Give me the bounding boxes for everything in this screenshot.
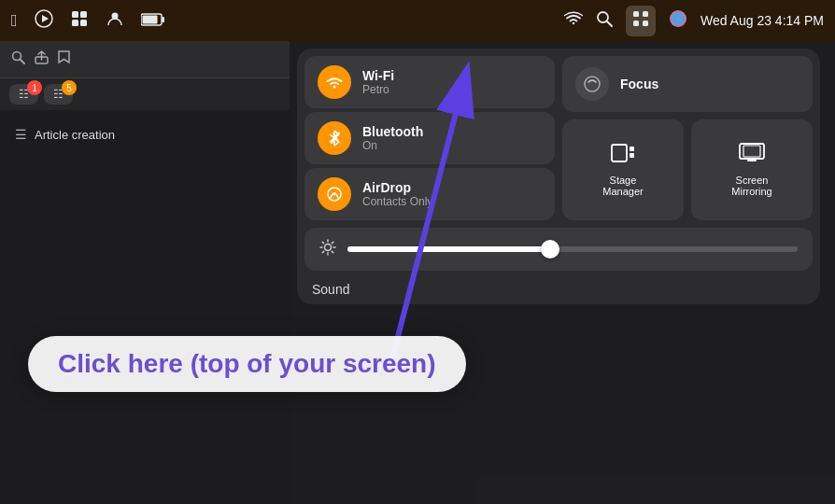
cc-airdrop-text: AirDrop Contacts Only [362,180,432,208]
tab-badge-2: 5 [62,80,77,95]
cc-airdrop-icon [318,177,351,211]
cc-right-column: Focus StageManager ScreenMirrorin [562,56,813,220]
play-icon[interactable] [35,9,53,33]
tab-badge-1: 1 [27,80,42,95]
siri-icon[interactable] [669,9,687,33]
svg-rect-27 [743,146,760,157]
sidebar-item-article[interactable]: ☰ Article creation [9,119,280,149]
cc-bluetooth-subtitle: On [362,139,423,152]
svg-rect-5 [80,20,87,26]
article-icon: ☰ [15,127,27,142]
grid-icon[interactable] [70,9,89,33]
tab-item-2[interactable]: ☷ 5 [44,84,73,105]
browser-toolbar [0,41,290,78]
cc-wifi-subtitle: Petro [362,83,394,96]
brightness-slider-thumb[interactable] [541,240,559,259]
search-icon[interactable] [596,10,613,32]
cc-airdrop-tile[interactable]: AirDrop Contacts Only [304,168,555,220]
bookmark-icon[interactable] [58,50,70,68]
svg-rect-3 [80,11,87,18]
svg-rect-14 [633,21,639,26]
svg-rect-13 [643,11,648,17]
svg-line-18 [21,60,25,64]
svg-line-11 [606,21,612,26]
svg-rect-23 [612,145,627,161]
cc-wifi-text: Wi-Fi Petro [362,68,394,96]
tab-item-1[interactable]: ☷ 1 [9,84,38,105]
control-center-icon[interactable] [626,6,656,36]
svg-rect-24 [630,147,634,151]
cc-screen-mirroring-tile[interactable]: ScreenMirroring [691,119,813,220]
cc-bluetooth-text: Bluetooth On [362,124,423,152]
battery-icon[interactable] [141,11,165,31]
search-toolbar-icon[interactable] [11,50,25,68]
svg-point-28 [325,245,332,251]
cc-stage-manager-icon [611,143,635,169]
brightness-icon [319,239,336,259]
svg-point-16 [670,10,686,27]
cc-focus-tile[interactable]: Focus [562,56,813,112]
svg-rect-2 [72,11,78,18]
cc-network-group: Wi-Fi Petro ✗ Bluetooth On [304,56,555,220]
cc-wifi-icon [318,65,351,99]
menubar:  Wed Au [0,0,835,41]
cc-bluetooth-tile[interactable]: ✗ Bluetooth On [304,112,555,164]
person-icon[interactable] [106,9,124,33]
cc-stage-manager-label: StageManager [602,175,643,197]
svg-rect-9 [142,15,157,23]
click-here-banner: Click here (top of your screen) [28,336,466,392]
svg-rect-4 [72,20,78,26]
sidebar-content: ☰ Article creation [0,110,290,159]
svg-line-34 [332,251,333,252]
cc-focus-title: Focus [620,77,658,91]
cc-bluetooth-title: Bluetooth [362,124,423,139]
sidebar-item-label: Article creation [35,128,115,142]
svg-rect-8 [162,17,164,22]
cc-focus-icon [575,67,609,101]
cc-airdrop-title: AirDrop [362,180,432,195]
main-area: ☷ 1 ☷ 5 ☰ Article creation [0,41,835,504]
svg-rect-12 [633,11,639,17]
svg-rect-15 [643,21,648,26]
svg-marker-1 [42,15,49,22]
menubar-left:  [11,9,165,33]
share-icon[interactable] [35,50,49,68]
apple-icon[interactable]:  [11,11,18,31]
cc-brightness-slider-row [304,228,813,271]
brightness-slider-fill [347,246,550,252]
browser-area: ☷ 1 ☷ 5 ☰ Article creation [0,41,290,504]
brightness-slider-track[interactable] [347,246,798,252]
cc-wifi-tile[interactable]: Wi-Fi Petro [304,56,555,108]
svg-line-36 [322,251,323,252]
svg-point-21 [333,193,336,196]
menubar-right: Wed Aug 23 4:14 PM [564,6,824,36]
svg-point-22 [585,77,600,91]
cc-screen-mirroring-label: ScreenMirroring [731,175,771,197]
cc-sound-label: Sound [304,278,813,297]
svg-rect-25 [630,153,634,158]
cc-panel: Wi-Fi Petro ✗ Bluetooth On [297,49,820,304]
wifi-icon[interactable] [564,11,583,31]
cc-stage-manager-tile[interactable]: StageManager [562,119,684,220]
svg-line-33 [322,242,323,243]
tab-bar: ☷ 1 ☷ 5 [0,78,290,110]
cc-bottom-tiles: StageManager ScreenMirroring [562,119,813,220]
cc-screen-mirroring-icon [739,143,765,169]
svg-line-35 [332,242,333,243]
menubar-datetime: Wed Aug 23 4:14 PM [701,13,824,28]
cc-wifi-title: Wi-Fi [362,68,394,83]
cc-airdrop-subtitle: Contacts Only [362,195,432,208]
control-center-panel: Wi-Fi Petro ✗ Bluetooth On [290,41,835,504]
cc-bluetooth-icon: ✗ [318,121,351,155]
